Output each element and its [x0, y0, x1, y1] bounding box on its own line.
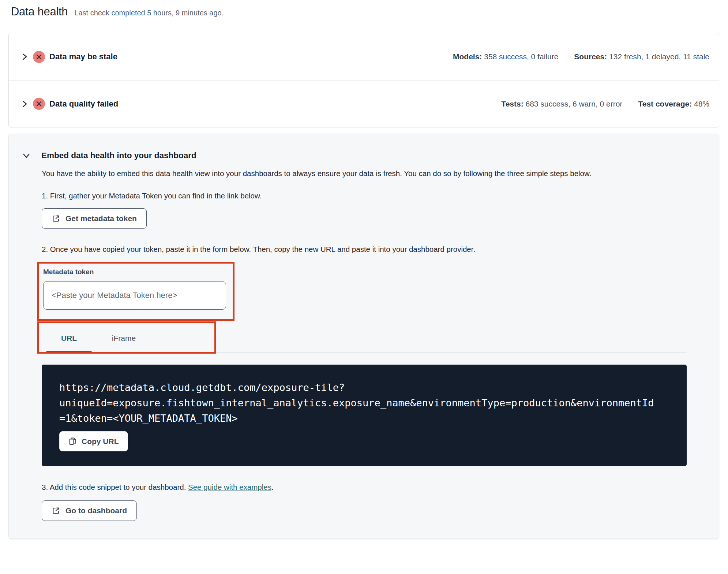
- tab-url[interactable]: URL: [46, 326, 92, 352]
- step-3-text: 3. Add this code snippet to your dashboa…: [42, 483, 687, 492]
- status-row-title: Data quality failed: [49, 99, 118, 109]
- status-row-title: Data may be stale: [49, 52, 117, 61]
- page-title: Data health: [11, 5, 68, 18]
- tab-iframe[interactable]: iFrame: [92, 326, 156, 352]
- embed-section-title: Embed data health into your dashboard: [41, 151, 196, 160]
- test-coverage-stat: Test coverage: 48%: [638, 100, 709, 108]
- x-circle-icon: [33, 98, 45, 110]
- copy-url-button[interactable]: Copy URL: [59, 431, 128, 451]
- get-metadata-token-label: Get metadata token: [65, 214, 137, 223]
- tests-stat: Tests: 683 success, 6 warn, 0 error: [501, 100, 622, 108]
- go-to-dashboard-button[interactable]: Go to dashboard: [42, 500, 137, 521]
- status-row-stale[interactable]: Data may be stale Models: 358 success, 0…: [9, 33, 719, 80]
- step-1-text: 1. First, gather your Metadata Token you…: [42, 191, 687, 200]
- chevron-right-icon[interactable]: [20, 53, 29, 61]
- embed-section-card: Embed data health into your dashboard Yo…: [8, 134, 719, 539]
- metadata-token-label: Metadata token: [43, 268, 227, 276]
- token-form-annotation-box: Metadata token: [37, 262, 234, 321]
- chevron-down-icon[interactable]: [22, 152, 30, 160]
- models-stat: Models: 358 success, 0 failure: [453, 52, 558, 61]
- sources-stat: Sources: 132 fresh, 1 delayed, 11 stale: [574, 52, 709, 61]
- external-link-icon: [52, 506, 60, 515]
- embed-description: You have the ability to embed this data …: [42, 168, 686, 179]
- embed-url-text: https://metadata.cloud.getdbt.com/exposu…: [59, 380, 679, 426]
- tabbar-row: URL iFrame: [42, 326, 687, 353]
- chevron-right-icon[interactable]: [20, 100, 29, 108]
- step-2-text: 2. Once you have copied your token, past…: [42, 245, 687, 254]
- status-row-stats: Models: 358 success, 0 failure Sources: …: [453, 49, 709, 64]
- stat-divider: [630, 97, 630, 111]
- status-card: Data may be stale Models: 358 success, 0…: [8, 33, 719, 127]
- embed-section-body: You have the ability to embed this data …: [42, 168, 687, 521]
- metadata-token-input[interactable]: [43, 281, 226, 310]
- copy-url-label: Copy URL: [82, 437, 119, 446]
- copy-icon: [68, 437, 77, 446]
- embed-url-code-block: https://metadata.cloud.getdbt.com/exposu…: [42, 365, 687, 466]
- external-link-icon: [52, 214, 60, 223]
- last-check-status: Last check completed 5 hours, 9 minutes …: [74, 9, 224, 17]
- get-metadata-token-button[interactable]: Get metadata token: [42, 208, 147, 229]
- status-row-quality[interactable]: Data quality failed Tests: 683 success, …: [9, 80, 719, 127]
- stat-divider: [566, 49, 566, 64]
- page-header: Data health Last check completed 5 hours…: [0, 0, 728, 18]
- embed-output-tabs: URL iFrame: [42, 326, 687, 353]
- x-circle-icon: [33, 51, 45, 63]
- embed-section-header[interactable]: Embed data health into your dashboard: [9, 151, 719, 160]
- see-guide-link[interactable]: See guide with examples: [188, 483, 271, 491]
- status-row-stats: Tests: 683 success, 6 warn, 0 error Test…: [501, 97, 709, 111]
- go-to-dashboard-label: Go to dashboard: [65, 506, 127, 515]
